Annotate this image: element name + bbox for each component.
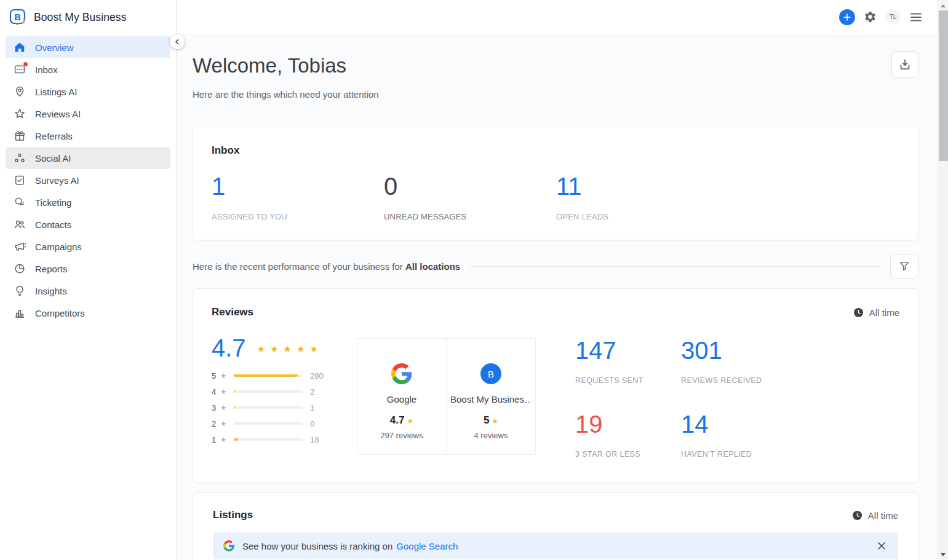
sidebar-item-label: Overview	[35, 42, 74, 53]
sidebar-item-social-ai[interactable]: Social AI	[6, 147, 170, 169]
reviews-time-filter-label: All time	[869, 307, 899, 318]
inbox-icon	[14, 63, 26, 76]
top-bar: TL	[177, 0, 938, 34]
reviews-card-title: Reviews	[212, 306, 253, 318]
review-sources: Google 4.7★ 297 reviews B Boost My Busin…	[357, 338, 536, 455]
home-icon	[14, 41, 26, 53]
inbox-card-title: Inbox	[212, 144, 899, 157]
rating-bar-fill	[234, 438, 238, 441]
reviews-stats: 147 REQUESTS SENT 301 REVIEWS RECEIVED 1…	[575, 337, 787, 459]
review-source-boost-my-busines[interactable]: B Boost My Busines… 5★ 4 reviews	[446, 338, 536, 455]
rating-bar-track	[234, 438, 303, 441]
sidebar-item-label: Reports	[35, 264, 68, 274]
source-rating: 4.7★	[390, 414, 413, 427]
rating-bar-count: 280	[310, 371, 329, 381]
inbox-stat-assigned-to-you[interactable]: 1 ASSIGNED TO YOU	[212, 173, 384, 221]
star-icon: ★	[220, 404, 226, 412]
reviews-stat-reviews-received[interactable]: 301 REVIEWS RECEIVED	[681, 337, 787, 385]
star-icon: ★	[407, 417, 413, 425]
chevron-left-icon	[174, 39, 180, 45]
inbox-stat-unread-messages[interactable]: 0 UNREAD MESSAGES	[384, 173, 556, 221]
sidebar-item-overview[interactable]: Overview	[6, 36, 170, 58]
page-title: Welcome, Tobias	[193, 54, 918, 77]
rating-bar-count: 2	[310, 387, 329, 396]
location-pin-icon	[14, 85, 26, 98]
stat-value: 0	[384, 173, 556, 200]
stat-label: REQUESTS SENT	[575, 376, 681, 385]
sidebar-item-campaigns[interactable]: Campaigns	[6, 235, 170, 258]
scrollbar[interactable]	[938, 0, 948, 560]
pie-chart-icon	[14, 262, 26, 275]
menu-button[interactable]	[908, 9, 924, 25]
sidebar-item-label: Listings AI	[35, 87, 77, 97]
listings-time-filter[interactable]: All time	[852, 510, 898, 521]
source-name: Google	[387, 394, 416, 404]
ticket-chat-icon	[14, 196, 26, 208]
stat-label: REVIEWS RECEIVED	[681, 376, 787, 385]
download-button[interactable]	[891, 51, 918, 78]
banner-close-button[interactable]	[875, 540, 888, 552]
brand[interactable]: B Boost My Business	[0, 0, 176, 34]
reviews-stat-requests-sent[interactable]: 147 REQUESTS SENT	[575, 337, 681, 385]
rating-breakdown: 5 ★ 280 4 ★ 2 3 ★ 1 2 ★	[212, 368, 357, 448]
stat-label: 3 STAR OR LESS	[575, 450, 681, 459]
main: TL Welcome, Tobias Here are the things w…	[177, 0, 938, 560]
stat-label: UNREAD MESSAGES	[384, 212, 556, 221]
review-source-google[interactable]: Google 4.7★ 297 reviews	[357, 338, 447, 455]
filter-funnel-icon	[899, 261, 910, 272]
source-rating: 5★	[484, 414, 498, 427]
sidebar-item-referrals[interactable]: Referrals	[6, 125, 170, 147]
listings-card-title: Listings	[213, 509, 253, 521]
clock-icon	[852, 510, 862, 521]
sidebar-item-surveys-ai[interactable]: Surveys AI	[6, 169, 170, 191]
contacts-icon	[14, 218, 26, 231]
banner-link[interactable]: Google Search	[396, 541, 458, 551]
average-rating: 4.7	[212, 334, 246, 361]
sidebar-item-contacts[interactable]: Contacts	[6, 213, 170, 235]
star-icon: ★	[220, 436, 226, 444]
star-icon: ★	[492, 417, 498, 425]
sidebar-item-label: Reviews AI	[35, 109, 81, 119]
sidebar-item-reports[interactable]: Reports	[6, 258, 170, 280]
rating-bar-track	[234, 390, 303, 393]
settings-button[interactable]	[862, 9, 878, 25]
stat-label: HAVEN’T REPLIED	[681, 450, 787, 459]
add-button[interactable]	[839, 9, 855, 25]
reviews-stat-3-star-or-less[interactable]: 19 3 STAR OR LESS	[575, 411, 681, 459]
inbox-stat-open-leads[interactable]: 11 OPEN LEADS	[556, 173, 728, 221]
rating-bar-stars: 4	[212, 387, 216, 396]
sidebar-item-ticketing[interactable]: Ticketing	[6, 191, 170, 213]
banner-text: See how your business is ranking on	[242, 541, 392, 551]
sidebar-item-label: Surveys AI	[35, 175, 79, 186]
scrollbar-up-icon[interactable]	[938, 1, 948, 10]
sidebar-item-reviews-ai[interactable]: Reviews AI	[6, 103, 170, 125]
rating-bar-track	[234, 422, 303, 425]
sidebar-item-label: Social AI	[35, 153, 71, 164]
sidebar-item-inbox[interactable]: Inbox	[6, 58, 170, 81]
reviews-time-filter[interactable]: All time	[853, 307, 899, 318]
sidebar-item-label: Contacts	[35, 219, 71, 230]
sidebar-item-insights[interactable]: Insights	[6, 280, 170, 302]
rating-bar-stars: 2	[212, 419, 216, 428]
reviews-stat-haven-t-replied[interactable]: 14 HAVEN’T REPLIED	[681, 411, 787, 459]
avatar[interactable]: TL	[885, 9, 901, 25]
close-icon	[877, 542, 886, 550]
scrollbar-thumb[interactable]	[939, 10, 948, 161]
rating-summary: 4.7 ★★★★★ 5 ★ 280 4 ★ 2 3 ★	[212, 333, 357, 448]
stat-value: 14	[681, 411, 787, 438]
avatar-initials: TL	[890, 14, 897, 20]
sidebar-collapse-button[interactable]	[170, 34, 185, 49]
download-icon	[899, 58, 911, 71]
sidebar-item-competitors[interactable]: Competitors	[6, 302, 170, 324]
rating-bar-stars: 3	[212, 403, 216, 412]
sidebar-item-listings-ai[interactable]: Listings AI	[6, 81, 170, 103]
performance-text: Here is the recent performance of your b…	[193, 261, 460, 272]
scrollbar-down-icon[interactable]	[938, 550, 948, 559]
app-title: Boost My Business	[34, 11, 127, 24]
plus-icon	[843, 14, 851, 21]
star-icon	[14, 108, 26, 120]
filter-button[interactable]	[890, 254, 918, 278]
sidebar-item-label: Inbox	[35, 65, 58, 75]
gift-icon	[14, 130, 26, 142]
gear-icon	[864, 10, 877, 23]
